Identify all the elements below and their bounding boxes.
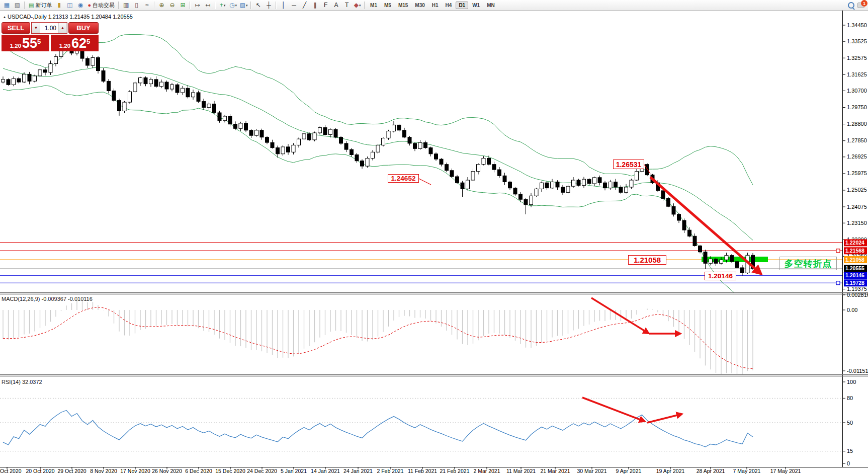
notification-icon[interactable]: 1 xyxy=(857,2,865,9)
dropdown-arrow-icon: ▾ xyxy=(359,4,361,7)
candle-body xyxy=(572,180,575,186)
annotation-feb-low[interactable]: 1.24652 xyxy=(388,174,419,183)
candle-body xyxy=(181,88,185,93)
candle-body xyxy=(498,170,501,176)
macd-tick-label: 0.00 xyxy=(847,307,857,313)
candle-body xyxy=(239,123,242,128)
annotation-support-level[interactable]: 1.21058 xyxy=(628,255,666,265)
text-label-icon[interactable]: T xyxy=(341,1,352,10)
bollinger-band xyxy=(3,86,753,298)
candle-body xyxy=(524,199,528,204)
rsi-up-arrow[interactable] xyxy=(647,414,681,423)
candle-body xyxy=(33,76,37,81)
candle-body xyxy=(408,137,411,143)
price-tick-label: 1.31625 xyxy=(847,71,867,77)
annotation-swing-high[interactable]: 1.26531 xyxy=(613,160,644,169)
crosshair-icon[interactable]: ┼ xyxy=(264,1,274,10)
candle-body xyxy=(577,180,580,185)
candle-body xyxy=(397,125,401,130)
autotrade-button[interactable]: ●自动交易 xyxy=(85,1,117,10)
rsi-tick-label: 100 xyxy=(847,379,856,385)
signals-icon[interactable]: ◉ xyxy=(75,1,85,10)
candle-body xyxy=(339,137,343,143)
new-order-button[interactable]: ▤新订单 xyxy=(27,1,54,10)
candle-body xyxy=(97,57,100,70)
turning-point-label[interactable]: 多空转折点 xyxy=(779,257,837,270)
zoom-out-icon[interactable]: ⊖ xyxy=(167,1,178,10)
candle-body xyxy=(503,176,506,182)
chart-profiles-icon[interactable]: ▧ xyxy=(12,1,23,10)
timeframe-m1[interactable]: M1 xyxy=(367,2,380,9)
buy-price[interactable]: 1.20 62 5 xyxy=(51,35,99,51)
timeframe-m30[interactable]: M30 xyxy=(412,2,427,9)
volume-input[interactable]: 1.00 xyxy=(40,23,58,33)
indicators-icon[interactable]: +▾ xyxy=(217,1,228,10)
candle-body xyxy=(323,128,327,135)
search-icon[interactable] xyxy=(848,2,854,9)
chart-shift-icon[interactable]: ↤ xyxy=(203,1,213,10)
candle-body xyxy=(424,142,427,147)
templates-icon[interactable]: ▨▾ xyxy=(238,1,249,10)
price-tick-label: 1.30700 xyxy=(847,88,867,94)
market-watch-icon: ▮ xyxy=(58,2,61,8)
sell-button[interactable]: SELL xyxy=(2,22,30,34)
rsi-tick-label: 80 xyxy=(847,395,853,401)
candle-body xyxy=(12,78,16,85)
candle-body xyxy=(266,137,269,142)
data-window-icon[interactable]: ◫ xyxy=(64,1,75,10)
candlestick-chart-icon[interactable]: ▯ xyxy=(131,1,142,10)
candle-body xyxy=(102,71,105,82)
sell-price[interactable]: 1.20 55 5 xyxy=(2,35,49,51)
cursor-icon[interactable]: ↖ xyxy=(253,1,264,10)
zoom-out-icon: ⊖ xyxy=(170,2,175,8)
text-icon[interactable]: A xyxy=(331,1,341,10)
candle-body xyxy=(213,104,216,113)
candle-body xyxy=(387,131,390,138)
annotation-may-low[interactable]: 1.20146 xyxy=(705,272,736,280)
fibonacci-icon: F xyxy=(324,2,327,8)
rsi-tick-label: 15 xyxy=(847,448,853,454)
timeframe-d1[interactable]: D1 xyxy=(456,2,468,9)
rsi-down-arrow[interactable] xyxy=(582,398,644,421)
volume-decrease-button[interactable]: ▼ xyxy=(32,23,40,33)
rsi-indicator-label: RSI(14) 32.0372 xyxy=(2,379,42,385)
line-handle[interactable] xyxy=(836,249,840,253)
candle-body xyxy=(672,206,675,214)
periods-icon[interactable]: ◷▾ xyxy=(228,1,238,10)
timeframe-h1[interactable]: H1 xyxy=(429,2,442,9)
timeframe-mn[interactable]: MN xyxy=(484,2,498,9)
price-tick-label: 1.34450 xyxy=(847,22,867,28)
candle-body xyxy=(677,214,681,220)
market-watch-icon[interactable]: ▮ xyxy=(54,1,64,10)
candle-body xyxy=(625,187,628,192)
timeframe-m5[interactable]: M5 xyxy=(381,2,394,9)
line-chart-icon: ≈ xyxy=(145,2,149,8)
arrows-tool-icon[interactable]: ◆▾ xyxy=(352,1,363,10)
candle-body xyxy=(165,82,168,89)
auto-scroll-icon[interactable]: ↦ xyxy=(192,1,203,10)
volume-increase-button[interactable]: ▲ xyxy=(58,23,67,33)
fibonacci-icon[interactable]: F xyxy=(320,1,331,10)
candlestick-chart-icon: ▯ xyxy=(135,2,138,8)
tile-windows-icon[interactable]: ⊞ xyxy=(178,1,188,10)
timeframe-h4[interactable]: H4 xyxy=(443,2,455,9)
zoom-in-icon[interactable]: ⊕ xyxy=(156,1,167,10)
candle-body xyxy=(223,116,227,121)
bar-chart-icon[interactable]: ▥ xyxy=(121,1,131,10)
candle-body xyxy=(471,172,475,180)
equidistant-channel-icon[interactable]: ∥ xyxy=(310,1,320,10)
timeframe-m15[interactable]: M15 xyxy=(395,2,411,9)
horizontal-line-icon[interactable]: ─ xyxy=(289,1,299,10)
vertical-line-icon[interactable]: │ xyxy=(278,1,289,10)
candle-body xyxy=(587,179,591,184)
line-handle[interactable] xyxy=(836,281,840,285)
price-tick-label: 1.26925 xyxy=(847,153,867,160)
buy-button[interactable]: BUY xyxy=(68,22,99,34)
candle-body xyxy=(556,182,559,187)
chart-canvas[interactable]: 1.344501.335251.325751.316251.307001.297… xyxy=(0,0,868,474)
line-chart-icon[interactable]: ≈ xyxy=(142,1,152,10)
horizontal-line-icon: ─ xyxy=(292,2,296,8)
trendline-icon[interactable]: ╱ xyxy=(299,1,310,10)
timeframe-w1[interactable]: W1 xyxy=(469,2,483,9)
new-chart-icon[interactable]: ▦ xyxy=(2,1,12,10)
